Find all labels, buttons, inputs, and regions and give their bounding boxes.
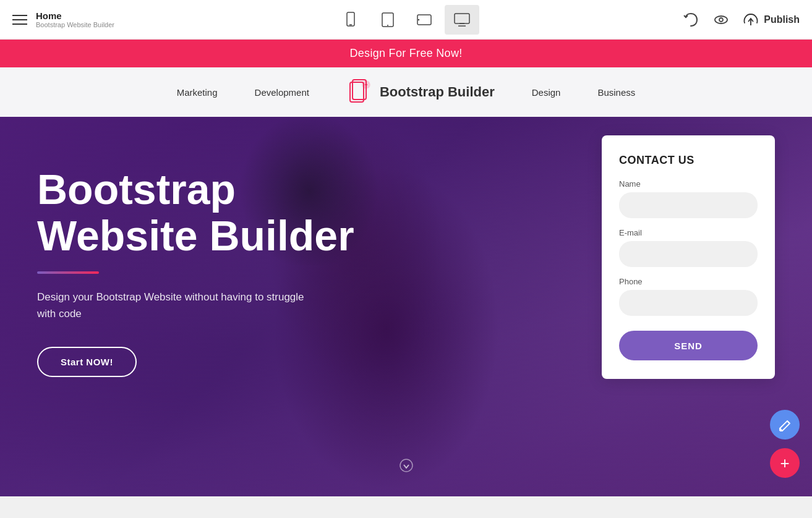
contact-email-field: E-mail [619,228,758,267]
hero-section: Bootstrap Website Builder Design your Bo… [0,117,812,496]
svg-rect-7 [455,14,469,23]
hero-title-line1: Bootstrap [37,166,236,213]
svg-point-10 [715,16,727,23]
promo-bar[interactable]: Design For Free Now! [0,40,812,67]
contact-send-button[interactable]: SEND [619,331,758,360]
contact-name-label: Name [619,179,758,189]
top-bar-left: Home Bootstrap Website Builder [12,11,114,28]
promo-text: Design For Free Now! [349,47,462,59]
tablet-landscape-view-button[interactable] [408,5,442,35]
home-info: Home Bootstrap Website Builder [36,11,114,28]
contact-email-label: E-mail [619,228,758,237]
nav-item-design[interactable]: Design [532,87,561,98]
desktop-view-button[interactable] [445,5,479,35]
top-bar-right: Publish [682,11,800,28]
undo-icon[interactable] [682,11,699,28]
contact-title: CONTACT US [619,154,758,167]
mobile-view-button[interactable] [333,5,368,35]
hero-title-line2: Website Builder [37,212,354,259]
hero-subtitle: Design your Bootstrap Website without ha… [37,289,322,322]
contact-phone-input[interactable] [619,290,758,316]
contact-phone-label: Phone [619,277,758,286]
hero-content: Bootstrap Website Builder Design your Bo… [0,117,433,427]
menu-icon[interactable] [12,15,27,25]
svg-point-6 [417,19,419,20]
svg-rect-18 [400,459,412,472]
nav-item-development[interactable]: Development [255,87,309,98]
hero-cta-button[interactable]: Start NOW! [37,347,137,377]
site-navbar-items: Marketing Development Bootstrap Builder … [177,79,636,106]
hero-title: Bootstrap Website Builder [37,166,396,259]
brand-icon [346,79,374,106]
device-icons [333,5,479,35]
svg-rect-0 [347,12,354,26]
site-navbar: Marketing Development Bootstrap Builder … [0,67,812,117]
contact-card: CONTACT US Name E-mail Phone SEND [602,135,775,379]
contact-name-field: Name [619,179,758,218]
home-subtitle: Bootstrap Website Builder [36,21,114,28]
svg-line-19 [787,421,790,423]
nav-item-business[interactable]: Business [597,87,635,98]
svg-point-11 [719,18,723,22]
scroll-down-arrow[interactable] [398,457,415,478]
contact-name-input[interactable] [619,192,758,218]
contact-phone-field: Phone [619,277,758,316]
publish-label: Publish [764,14,800,25]
preview-icon[interactable] [712,11,730,28]
nav-item-marketing[interactable]: Marketing [177,87,218,98]
publish-button[interactable]: Publish [743,12,800,28]
fab-plus-icon: + [780,454,789,473]
fab-add-button[interactable]: + [770,448,800,478]
top-bar: Home Bootstrap Website Builder [0,0,812,40]
fab-container: + [770,410,800,478]
tablet-view-button[interactable] [370,5,405,35]
svg-rect-2 [382,13,393,27]
brand-name: Bootstrap Builder [380,84,495,100]
fab-edit-button[interactable] [770,410,800,439]
home-title: Home [36,11,114,21]
site-brand[interactable]: Bootstrap Builder [346,79,495,106]
svg-rect-4 [417,15,431,25]
contact-email-input[interactable] [619,241,758,267]
hero-divider [37,271,99,274]
